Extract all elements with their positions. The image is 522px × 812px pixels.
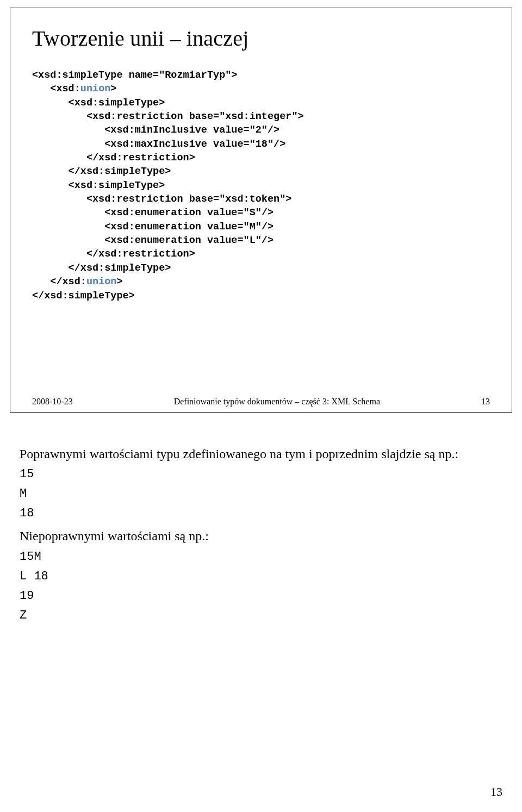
code-line-part: </xsd: — [32, 276, 86, 288]
list-item: 15M — [20, 548, 502, 566]
page-number: 13 — [490, 785, 502, 799]
notes-section: Poprawnymi wartościami typu zdefiniowane… — [10, 445, 512, 625]
code-line: <xsd:enumeration value="L"/> — [32, 235, 274, 246]
list-item: L 18 — [20, 567, 502, 586]
notes-paragraph: Niepoprawnymi wartościami są np.: — [20, 527, 502, 545]
code-line: <xsd:restriction base="xsd:token"> — [32, 193, 291, 205]
slide-title: Tworzenie unii – inaczej — [32, 26, 508, 51]
invalid-values-list: 15M L 18 19 Z — [20, 548, 502, 625]
code-line: </xsd:restriction> — [32, 248, 195, 260]
list-item: Z — [20, 607, 502, 625]
code-line: <xsd:simpleType> — [32, 180, 165, 191]
slide-box: Tworzenie unii – inaczej <xsd:simpleType… — [10, 8, 512, 413]
page: Tworzenie unii – inaczej <xsd:simpleType… — [0, 0, 522, 812]
list-item: 18 — [20, 504, 502, 523]
code-block: <xsd:simpleType name="RozmiarTyp"> <xsd:… — [32, 68, 508, 303]
code-line: </xsd:simpleType> — [32, 263, 171, 274]
keyword-union: union — [80, 83, 111, 95]
code-line: <xsd:enumeration value="S"/> — [32, 207, 274, 218]
keyword-union: union — [86, 276, 117, 288]
list-item: 15 — [20, 465, 502, 484]
code-line: <xsd:minInclusive value="2"/> — [32, 124, 279, 136]
list-item: M — [20, 485, 502, 503]
code-line: </xsd:simpleType> — [32, 166, 171, 177]
code-line: <xsd:enumeration value="M"/> — [32, 221, 274, 233]
code-line-part: > — [110, 83, 116, 95]
footer-page: 13 — [481, 397, 490, 407]
valid-values-list: 15 M 18 — [20, 465, 502, 523]
code-line: <xsd:simpleType> — [32, 97, 165, 109]
footer-date: 2008-10-23 — [32, 397, 73, 407]
code-line: <xsd:simpleType name="RozmiarTyp"> — [32, 70, 237, 81]
code-line: <xsd:restriction base="xsd:integer"> — [32, 111, 304, 122]
code-line-part: <xsd: — [32, 83, 80, 95]
code-line: </xsd:restriction> — [32, 152, 195, 164]
slide-footer: 2008-10-23 Definiowanie typów dokumentów… — [32, 397, 490, 407]
notes-paragraph: Poprawnymi wartościami typu zdefiniowane… — [20, 445, 502, 463]
code-line-part: > — [116, 276, 122, 288]
code-line: <xsd:maxInclusive value="18"/> — [32, 139, 285, 150]
list-item: 19 — [20, 587, 502, 605]
footer-title: Definiowanie typów dokumentów – część 3:… — [174, 397, 380, 407]
code-line: </xsd:simpleType> — [32, 290, 135, 302]
